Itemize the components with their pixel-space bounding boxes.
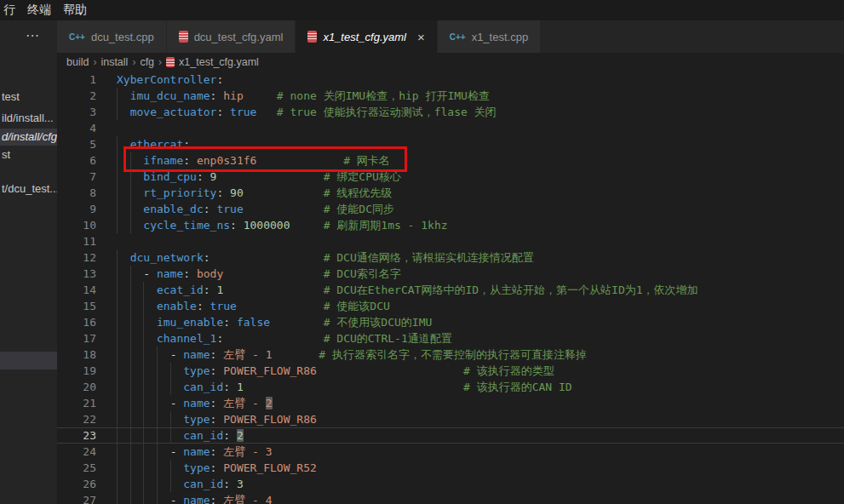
indent-guide xyxy=(130,217,131,233)
indent-guide xyxy=(117,395,118,411)
line-number: 14 xyxy=(57,282,96,298)
indent-guide xyxy=(130,169,131,185)
sidebar-item[interactable]: st xyxy=(0,146,57,163)
menu-item-terminal[interactable]: 终端 xyxy=(26,1,58,20)
indent-guide xyxy=(117,411,118,427)
sidebar: ⋯ test ild/install... d/install/cfg st t… xyxy=(0,20,57,504)
code-text: ethercat: xyxy=(96,136,190,152)
indent-guide xyxy=(130,314,131,330)
cpp-file-icon: C++ xyxy=(450,32,466,42)
code-line[interactable]: 8 rt_priority: 90 # 线程优先级 xyxy=(57,185,844,201)
editor[interactable]: 1XyberController:2 imu_dcu_name: hip # n… xyxy=(57,72,844,504)
sidebar-item-selected[interactable]: d/install/cfg xyxy=(0,129,57,146)
code-line[interactable]: 22 type: POWER_FLOW_R86 xyxy=(57,411,844,427)
indent-guide xyxy=(117,169,118,185)
indent-guide xyxy=(157,363,158,379)
tab-dcu-test-cfg-yaml[interactable]: dcu_test_cfg.yaml xyxy=(167,20,296,53)
code-line[interactable]: 18 - name: 左臂 - 1 # 执行器索引名字，不需要控制的执行器可直接… xyxy=(57,346,844,363)
chevron-right-icon: › xyxy=(158,56,162,68)
line-number: 22 xyxy=(57,411,96,427)
code-line[interactable]: 7 bind_cpu: 9 # 绑定CPU核心 xyxy=(57,169,844,185)
indent-guide xyxy=(117,201,118,217)
tab-label: x1_test_cfg.yaml xyxy=(323,31,406,43)
code-line[interactable]: 2 imu_dcu_name: hip # none 关闭IMU检查，hip 打… xyxy=(57,88,844,104)
tab-x1-test-cpp[interactable]: C++ x1_test.cpp xyxy=(438,20,541,53)
menu-item-help[interactable]: 帮助 xyxy=(61,1,94,20)
code-text: cycle_time_ns: 1000000 # 刷新周期1ms - 1khz xyxy=(96,217,448,233)
code-line[interactable]: 19 type: POWER_FLOW_R86 # 该执行器的类型 xyxy=(57,363,844,379)
code-line[interactable]: 21 - name: 左臂 - 2 xyxy=(57,395,844,411)
code-line[interactable]: 6 ifname: enp0s31f6 # 网卡名 xyxy=(57,152,844,169)
indent-guide xyxy=(117,314,118,330)
indent-guide xyxy=(143,282,144,298)
line-number: 20 xyxy=(57,379,96,395)
indent-guide xyxy=(143,314,144,330)
menu-item-run[interactable]: 行 xyxy=(2,1,22,20)
line-number: 26 xyxy=(57,476,96,492)
indent-guide xyxy=(157,492,158,504)
code-text: - name: body # DCU索引名字 xyxy=(96,266,401,282)
code-line[interactable]: 17 channel_1: # DCU的CTRL-1通道配置 xyxy=(57,330,844,346)
indent-guide xyxy=(130,266,131,282)
code-line[interactable]: 15 enable: true # 使能该DCU xyxy=(57,298,844,314)
code-line[interactable]: 11 xyxy=(57,233,844,249)
indent-guide xyxy=(117,217,118,233)
indent-guide xyxy=(117,104,118,120)
line-number: 16 xyxy=(57,314,96,330)
code-line[interactable]: 1XyberController: xyxy=(57,72,844,88)
code-line[interactable]: 16 imu_enable: false # 不使用该DCU的IMU xyxy=(57,314,844,330)
indent-guide xyxy=(130,395,131,411)
indent-guide xyxy=(143,330,144,346)
indent-guide xyxy=(157,460,158,476)
code-line[interactable]: 24 - name: 左臂 - 3 xyxy=(57,444,844,460)
indent-guide xyxy=(143,298,144,314)
code-line[interactable]: 10 cycle_time_ns: 1000000 # 刷新周期1ms - 1k… xyxy=(57,217,844,233)
tab-x1-test-cfg-yaml[interactable]: x1_test_cfg.yaml × xyxy=(296,20,437,53)
indent-guide xyxy=(143,395,144,411)
breadcrumb: build › install › cfg › x1_test_cfg.yaml xyxy=(57,53,844,72)
indent-guide xyxy=(117,266,118,282)
indent-guide xyxy=(170,428,171,443)
sidebar-item[interactable]: test xyxy=(0,89,57,106)
indent-guide xyxy=(170,363,171,379)
line-number: 9 xyxy=(57,201,96,217)
breadcrumb-segment[interactable]: cfg xyxy=(140,56,154,68)
indent-guide xyxy=(130,282,131,298)
chevron-right-icon: › xyxy=(93,56,96,68)
breadcrumb-segment[interactable]: install xyxy=(100,56,128,68)
indent-guide xyxy=(117,346,118,363)
breadcrumb-segment[interactable]: build xyxy=(66,56,89,68)
indent-guide xyxy=(143,476,144,492)
code-lines: 1XyberController:2 imu_dcu_name: hip # n… xyxy=(57,72,844,504)
code-line[interactable]: 25 type: POWER_FLOW_R52 xyxy=(57,460,844,476)
more-actions-icon[interactable]: ⋯ xyxy=(26,27,40,43)
code-text: XyberController: xyxy=(96,72,223,88)
sidebar-highlight-row[interactable] xyxy=(0,352,57,369)
indent-guide xyxy=(130,346,131,363)
code-line[interactable]: 9 enable_dc: true # 使能DC同步 xyxy=(57,201,844,217)
cpp-file-icon: C++ xyxy=(69,32,85,42)
tab-dcu-test-cpp[interactable]: C++ dcu_test.cpp xyxy=(57,20,167,53)
code-line[interactable]: 20 can_id: 1 # 该执行器的CAN ID xyxy=(57,379,844,395)
code-text: bind_cpu: 9 # 绑定CPU核心 xyxy=(96,169,401,185)
code-line[interactable]: 5 ethercat: xyxy=(57,136,844,152)
indent-guide xyxy=(130,330,131,346)
code-line[interactable]: 4 xyxy=(57,120,844,136)
code-line[interactable]: 13 - name: body # DCU索引名字 xyxy=(57,266,844,282)
sidebar-item[interactable]: ild/install... xyxy=(0,110,57,127)
code-line[interactable]: 3 move_actuator: true # true 使能执行器运动测试，f… xyxy=(57,104,844,120)
tab-close-icon[interactable]: × xyxy=(417,30,425,44)
indent-guide xyxy=(157,379,158,395)
code-line[interactable]: 14 ecat_id: 1 # DCU在EtherCAT网络中的ID，从主站开始… xyxy=(57,282,844,298)
indent-guide xyxy=(157,395,158,411)
breadcrumb-file[interactable]: x1_test_cfg.yaml xyxy=(179,56,259,68)
indent-guide xyxy=(157,444,158,460)
indent-guide xyxy=(117,298,118,314)
sidebar-item[interactable]: t/dcu_test... xyxy=(0,180,57,198)
code-line[interactable]: 27 - name: 左臂 - 4 xyxy=(57,492,844,504)
code-line[interactable]: 12 dcu_network: # DCU通信网络，请根据实机连接情况配置 xyxy=(57,249,844,266)
yaml-file-icon xyxy=(307,31,317,43)
code-line[interactable]: 23 can_id: 2 xyxy=(57,427,844,444)
code-line[interactable]: 26 can_id: 3 xyxy=(57,476,844,492)
indent-guide xyxy=(130,411,131,427)
